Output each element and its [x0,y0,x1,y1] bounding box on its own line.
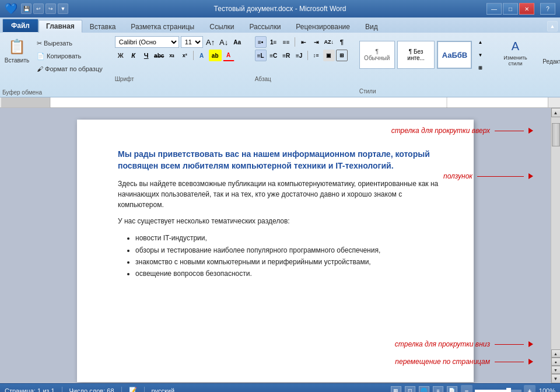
styles-expand[interactable]: ⊞ [474,62,486,74]
editing-icon: ✏ [555,38,560,57]
strikethrough-btn[interactable]: abc [153,50,165,61]
close-btn[interactable]: ✕ [519,3,534,15]
zoom-controls: − + 100% [461,385,555,393]
tab-home[interactable]: Главная [38,20,82,33]
view-fullscreen-btn[interactable]: ⊡ [405,386,415,393]
show-marks-btn[interactable]: ¶ [336,36,348,48]
italic-btn[interactable]: К [128,50,139,61]
justify-btn[interactable]: ≡J [293,50,305,61]
font-group: Calibri (Осно 11 A↑ A↓ Aa Ж К Ч abc x₂ x… [111,35,247,72]
zoom-in-btn[interactable]: + [524,385,536,393]
bold-btn[interactable]: Ж [115,50,127,61]
editing-btn[interactable]: ✏ Редактирование [544,36,560,69]
ruler-ticks [50,97,548,108]
tab-mailings[interactable]: Рассылки [242,20,288,33]
scroll-thumb[interactable] [552,123,560,146]
tab-layout[interactable]: Разметка страницы [123,20,202,33]
qa-dropdown-btn[interactable]: ▼ [58,4,68,14]
cut-btn[interactable]: ✂ Вырезать [33,37,107,49]
select-object-btn[interactable]: ● [551,358,561,366]
prev-page-btn[interactable]: ▲ [551,349,561,358]
bullets-btn[interactable]: ≡• [255,36,267,48]
align-right-btn[interactable]: ≡R [281,50,292,61]
styles-samples: ¶ Обычный ¶ Без инте... АаБбВ ▲ ▼ ⊞ [359,36,487,74]
styles-scroll-down[interactable]: ▼ [474,49,486,61]
format-painter-btn[interactable]: 🖌 Формат по образцу [33,63,107,75]
title-bar-left: 💙 💾 ↩ ↪ ▼ [5,2,68,15]
line-spacing-btn[interactable]: ↕≡ [310,50,322,61]
style-normal[interactable]: ¶ Обычный [359,41,395,69]
status-bar: Страница: 1 из 1 Число слов: 68 📝 русски… [0,383,560,392]
increase-indent-btn[interactable]: ⇥ [310,36,322,48]
tab-review[interactable]: Рецензирование [288,20,358,33]
zoom-out-btn[interactable]: − [461,385,473,393]
scroll-down-arrow[interactable]: ▼ [551,374,561,383]
editing-group: ✏ Редактирование [541,35,560,79]
tab-file[interactable]: Файл [2,19,38,33]
maximize-btn[interactable]: □ [503,3,518,15]
styles-nav: ▲ ▼ ⊞ [474,36,486,74]
zoom-level[interactable]: 100% [539,387,555,393]
clipboard-label: Буфер обмена [2,89,42,96]
ruler [0,97,560,108]
clear-format-btn[interactable]: Aa [232,36,243,48]
save-quick-btn[interactable]: 💾 [21,4,32,14]
tab-view[interactable]: Вид [358,20,386,33]
align-center-btn[interactable]: ≡C [268,50,279,61]
text-effects-btn[interactable]: A [196,50,208,61]
border-btn[interactable]: ⊞ [336,50,348,61]
spell-check-icon[interactable]: 📝 [129,387,137,392]
style-no-interval[interactable]: ¶ Без инте... [397,41,435,69]
status-div1 [62,387,62,393]
tab-insert[interactable]: Вставка [82,20,124,33]
ribbon-collapse-btn[interactable]: ▲ [547,21,558,32]
highlight-btn[interactable]: ab [209,50,222,61]
ribbon: Файл Главная Вставка Разметка страницы С… [0,18,560,97]
ruler-margin-left [1,97,51,107]
numbering-btn[interactable]: 1≡ [268,36,279,48]
view-web-btn[interactable]: 🌐 [419,386,429,393]
ruler-inner [50,97,548,107]
ribbon-tabs: Файл Главная Вставка Разметка страницы С… [0,18,560,33]
zoom-slider[interactable] [475,390,522,392]
font-shrink-btn[interactable]: A↓ [218,36,230,48]
view-outline-btn[interactable]: ≡ [433,386,443,393]
underline-btn[interactable]: Ч [141,50,152,61]
subscript-btn[interactable]: x₂ [166,50,178,61]
font-name-select[interactable]: Calibri (Осно [115,36,179,48]
shading-btn[interactable]: ▣ [323,50,335,61]
paste-icon: 📋 [8,37,26,56]
decrease-indent-btn[interactable]: ⇤ [298,36,309,48]
zoom-fill [475,390,508,392]
undo-quick-btn[interactable]: ↩ [33,4,44,14]
status-div2 [121,387,122,393]
redo-quick-btn[interactable]: ↪ [46,4,56,14]
help-btn[interactable]: ? [540,3,555,15]
status-div3 [144,387,145,393]
next-page-btn[interactable]: ▼ [551,366,561,374]
zoom-thumb[interactable] [506,388,511,393]
tab-references[interactable]: Ссылки [202,20,242,33]
scroll-up-arrow[interactable]: ▲ [551,108,561,117]
status-right: ▦ ⊡ 🌐 ≡ 📄 − + 100% [391,385,555,393]
multilevel-btn[interactable]: ≡≡ [281,36,292,48]
font-color-btn[interactable]: А [223,50,235,61]
align-left-btn[interactable]: ≡L [255,50,267,61]
paste-btn[interactable]: 📋 Вставить [2,35,32,68]
view-print-btn[interactable]: ▦ [391,386,401,393]
font-size-select[interactable]: 11 [181,36,203,48]
list-item: обзоры и тестирование наиболее популярно… [135,244,439,256]
superscript-btn[interactable]: x² [179,50,191,61]
font-grow-btn[interactable]: A↑ [205,36,216,48]
view-draft-btn[interactable]: 📄 [447,386,457,393]
style-heading1[interactable]: АаБбВ [437,41,472,69]
styles-scroll-up[interactable]: ▲ [474,36,486,48]
font-label: Шрифт [115,76,134,82]
list-item: новости IT-индустрии, [135,232,439,244]
sort-btn[interactable]: AZ↓ [323,36,335,48]
copy-btn[interactable]: 📄 Копировать [33,50,107,62]
change-styles-btn[interactable]: A Изменить стили [498,36,533,69]
minimize-btn[interactable]: — [487,3,502,15]
word-icon: 💙 [5,2,18,15]
scroll-track[interactable] [551,117,560,349]
